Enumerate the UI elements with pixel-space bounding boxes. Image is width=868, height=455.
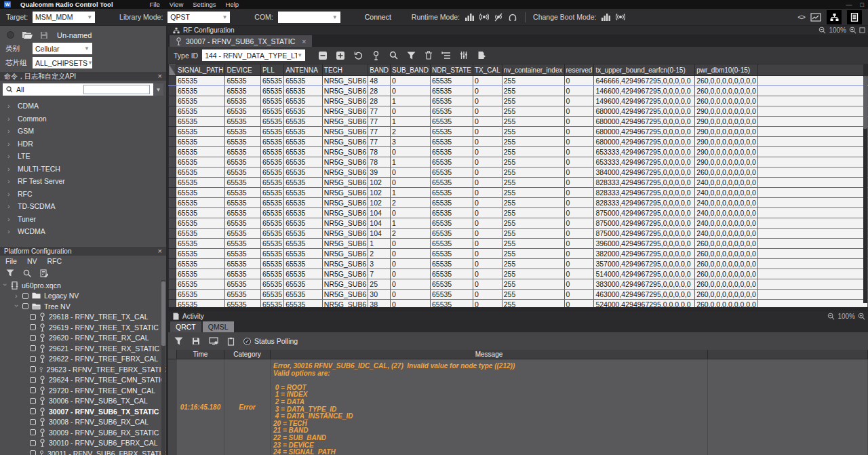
remove-row-button[interactable] [316, 50, 330, 62]
tree-folder-tree-nv[interactable]: ›Tree NV [0, 301, 166, 312]
table-row[interactable]: 65535655356553565535NR5G_SUB610206553502… [169, 178, 868, 188]
cell[interactable]: 65535 [225, 188, 261, 198]
cell[interactable]: 65535 [176, 178, 224, 188]
cell[interactable]: 255 [502, 106, 564, 117]
table-row[interactable]: 65535655356553565535NR5G_SUB610406553502… [169, 208, 868, 218]
row-selector[interactable] [169, 300, 176, 308]
cell[interactable]: 0 [391, 76, 431, 86]
cell[interactable]: 65535 [225, 96, 261, 106]
sidebar-item-multi-tech[interactable]: ›MULTI-TECH [0, 163, 166, 176]
table-row[interactable]: 65535655356553565535NR5G_SUB648065535025… [169, 76, 868, 86]
cell[interactable]: 65535 [225, 269, 261, 279]
cell[interactable]: 65535 [284, 178, 323, 188]
cell[interactable]: 65535 [260, 86, 283, 96]
cell[interactable]: 65535 [176, 208, 224, 218]
cell[interactable]: 240,0,0,0,0,0,0,0,0 [695, 229, 758, 239]
tab-rfnv-sub6-tx-static[interactable]: 30007 - RFNV_SUB6_TX_STATIC × [170, 35, 312, 47]
checkbox[interactable] [30, 366, 36, 372]
search-dropdown-button[interactable]: ▼ [153, 83, 163, 96]
cell[interactable]: 290,0,0,0,0,0,0,0,0 [695, 127, 758, 137]
cell[interactable]: 0 [473, 300, 502, 308]
cell[interactable]: 65535 [431, 188, 473, 198]
cell[interactable]: 65535 [260, 188, 283, 198]
cell[interactable]: 38 [368, 300, 391, 308]
document-edit-icon[interactable] [40, 269, 48, 277]
cell[interactable]: 1 [391, 117, 431, 127]
table-row[interactable]: 65535655356553565535NR5G_SUB678065535025… [169, 147, 868, 157]
cell[interactable]: 65535 [260, 106, 283, 117]
cell[interactable]: NR5G_SUB6 [322, 198, 368, 208]
row-selector[interactable] [169, 198, 176, 208]
table-row[interactable]: 65535655356553565535NR5G_SUB610416553502… [169, 218, 868, 229]
row-selector[interactable] [169, 279, 176, 290]
nv-item-29623[interactable]: 29623 - RFNV_TREE_FBRX_STATIC [0, 364, 166, 375]
cell[interactable]: 2 [391, 127, 431, 137]
cell[interactable]: 260,0,0,0,0,0,0,0,0 [695, 259, 758, 269]
cell[interactable]: 255 [502, 198, 564, 208]
cell[interactable]: 48 [368, 76, 391, 86]
row-selector[interactable] [169, 117, 176, 127]
cell[interactable]: 1 [391, 218, 431, 229]
tab-qmsl[interactable]: QMSL [203, 321, 234, 332]
row-selector[interactable] [169, 137, 176, 147]
cell[interactable]: 0 [391, 259, 431, 269]
cell[interactable]: 65535 [431, 300, 473, 308]
cell[interactable]: 65535 [176, 279, 224, 290]
table-row[interactable]: 65535655356553565535NR5G_SUB670655350255… [169, 269, 868, 279]
cell[interactable]: 65535 [284, 117, 323, 127]
cell[interactable]: 0 [391, 86, 431, 96]
row-selector[interactable] [169, 96, 176, 106]
cell[interactable]: 65535 [260, 300, 283, 308]
cell[interactable]: NR5G_SUB6 [322, 290, 368, 300]
menu-help[interactable]: Help [226, 1, 239, 8]
nv-item-30010[interactable]: 30010 - RFNV_SUB6_FBRX_CAL [0, 438, 166, 449]
cell[interactable]: 255 [502, 117, 564, 127]
cell[interactable]: 65535 [260, 279, 283, 290]
cell[interactable]: NR5G_SUB6 [322, 117, 368, 127]
cell[interactable]: 290,0,0,0,0,0,0,0,0 [695, 147, 758, 157]
cell[interactable]: 0 [391, 290, 431, 300]
cell[interactable]: 260,0,0,0,0,0,0,0,0 [695, 76, 758, 86]
cell[interactable]: NR5G_SUB6 [322, 76, 368, 86]
close-icon[interactable]: × [158, 248, 162, 254]
cell[interactable]: 65535 [260, 198, 283, 208]
cell[interactable]: NR5G_SUB6 [322, 178, 368, 188]
minimize-icon[interactable]: — [846, 1, 852, 8]
cell[interactable]: 514000,4294967295,0,0,0,0,0 [594, 269, 695, 279]
nv-item-29619[interactable]: 29619 - RFNV_TREE_TX_STATIC [0, 322, 166, 333]
cell[interactable]: 0 [564, 106, 594, 117]
cell[interactable]: 0 [391, 147, 431, 157]
table-row[interactable]: 65535655356553565535NR5G_SUB610655350255… [169, 239, 868, 249]
cell[interactable]: 0 [564, 249, 594, 259]
column-header-tx-cal[interactable]: TX_CAL [473, 64, 502, 76]
column-header-ndr-state[interactable]: NDR_STATE [431, 64, 473, 76]
cell[interactable]: 65535 [260, 239, 283, 249]
cell[interactable]: 463000,4294967295,0,0,0,0,0 [594, 290, 695, 300]
table-row[interactable]: 65535655356553565535NR5G_SUB620655350255… [169, 249, 868, 259]
cell[interactable]: 65535 [431, 127, 473, 137]
platform-menu-file[interactable]: File [5, 257, 17, 265]
cell[interactable]: NR5G_SUB6 [322, 239, 368, 249]
library-mode-dropdown[interactable]: QPST ▼ [167, 12, 230, 23]
column-header-signal-path[interactable]: SIGNAL_PATH [176, 64, 224, 76]
record-icon[interactable] [7, 31, 14, 39]
cell[interactable]: 65535 [176, 76, 224, 86]
cell[interactable]: 0 [473, 279, 502, 290]
cell[interactable]: 255 [502, 96, 564, 106]
save-icon[interactable] [40, 31, 48, 39]
cell[interactable]: NR5G_SUB6 [322, 167, 368, 178]
cell[interactable]: 0 [473, 229, 502, 239]
sidebar-item-gsm[interactable]: ›GSM [0, 125, 166, 138]
row-selector[interactable] [169, 127, 176, 137]
cell[interactable]: 1 [391, 96, 431, 106]
cell[interactable]: 255 [502, 290, 564, 300]
cell[interactable]: 0 [473, 96, 502, 106]
row-selector[interactable] [169, 218, 176, 229]
cell[interactable]: 0 [564, 167, 594, 178]
menu-file[interactable]: File [150, 1, 160, 8]
row-selector[interactable] [169, 106, 176, 117]
cell[interactable]: 0 [564, 147, 594, 157]
cell[interactable]: 65535 [176, 218, 224, 229]
cell[interactable]: 65535 [176, 300, 224, 308]
cell[interactable]: 65535 [225, 208, 261, 218]
